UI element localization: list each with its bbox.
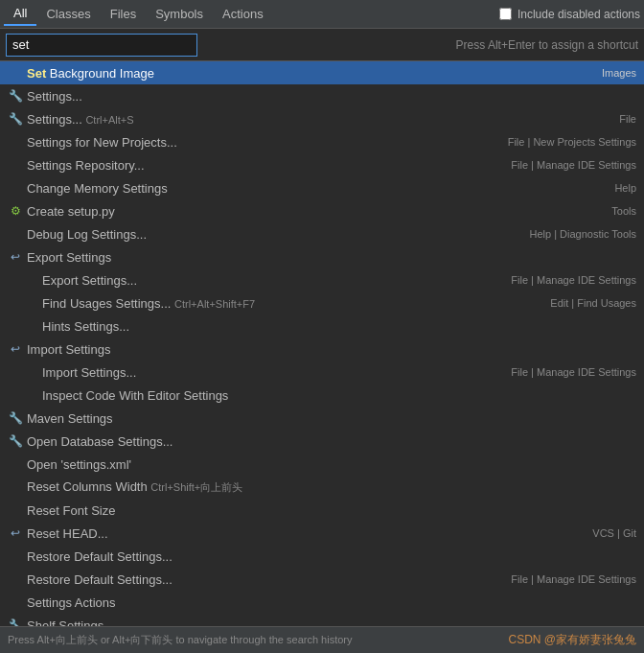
item-label: Debug Log Settings...	[27, 227, 522, 242]
list-item[interactable]: Debug Log Settings... Help | Diagnostic …	[0, 222, 644, 245]
item-right: File	[619, 113, 636, 125]
list-item[interactable]: Export Settings... File | Manage IDE Set…	[0, 268, 644, 292]
item-icon	[8, 65, 23, 81]
item-icon	[8, 387, 23, 403]
search-input[interactable]	[6, 34, 197, 57]
item-icon	[8, 157, 23, 173]
item-icon: 🔧	[8, 433, 23, 449]
list-item[interactable]: ↩ Export Settings	[0, 245, 644, 268]
tab-actions[interactable]: Actions	[213, 3, 273, 25]
item-icon: ↩	[8, 525, 23, 541]
list-item[interactable]: Reset Columns Width Ctrl+Shift+向上前头	[0, 476, 644, 499]
search-bar: Press Alt+Enter to assign a shortcut	[0, 29, 644, 61]
item-icon: 🔧	[8, 618, 23, 626]
item-label: Create setup.py	[27, 204, 604, 219]
item-label: Find Usages Settings... Ctrl+Alt+Shift+F…	[27, 296, 542, 311]
item-label: Set Background Image	[27, 66, 594, 81]
list-item[interactable]: 🔧 Shelf Settings	[0, 614, 644, 626]
item-label: Open Database Settings...	[27, 434, 629, 449]
item-right: File | Manage IDE Settings	[511, 366, 636, 378]
item-right: File | Manage IDE Settings	[511, 159, 636, 171]
status-bar: Press Alt+向上前头 or Alt+向下前头 to navigate t…	[0, 626, 644, 653]
item-label: Export Settings...	[27, 273, 503, 288]
item-right: File | Manage IDE Settings	[511, 573, 636, 585]
list-item[interactable]: Find Usages Settings... Ctrl+Alt+Shift+F…	[0, 292, 644, 315]
tab-files[interactable]: Files	[101, 3, 146, 25]
list-item[interactable]: ↩ Import Settings	[0, 338, 644, 361]
item-icon	[8, 318, 23, 334]
list-item[interactable]: Settings for New Projects... File | New …	[0, 130, 644, 153]
watermark: CSDN @家有娇妻张兔兔	[508, 632, 636, 648]
item-right: Images	[602, 67, 636, 79]
item-icon	[8, 502, 23, 518]
item-icon	[8, 134, 23, 150]
item-label: Inspect Code With Editor Settings	[27, 388, 629, 403]
item-icon: ↩	[8, 341, 23, 357]
list-item[interactable]: 🔧 Settings... Ctrl+Alt+S File	[0, 107, 644, 130]
item-icon: ⚙	[8, 203, 23, 219]
item-icon	[8, 272, 23, 288]
list-item[interactable]: 🔧 Open Database Settings...	[0, 430, 644, 453]
include-disabled-checkbox[interactable]	[499, 8, 512, 20]
item-icon	[8, 180, 23, 196]
list-item[interactable]: Hints Settings...	[0, 315, 644, 338]
item-label: Export Settings	[27, 250, 629, 265]
tab-symbols[interactable]: Symbols	[146, 3, 213, 25]
item-icon: 🔧	[8, 88, 23, 104]
item-right: File | Manage IDE Settings	[511, 274, 636, 286]
item-right: VCS | Git	[592, 527, 636, 539]
item-label: Settings Actions	[27, 595, 629, 610]
item-label: Hints Settings...	[27, 319, 629, 334]
list-item[interactable]: Settings Actions	[0, 591, 644, 614]
item-label: Settings...	[27, 89, 629, 104]
list-item[interactable]: Reset Font Size	[0, 499, 644, 522]
list-item[interactable]: Open 'settings.xml'	[0, 453, 644, 476]
list-item[interactable]: Set Background Image Images	[0, 61, 644, 84]
list-item[interactable]: 🔧 Settings...	[0, 84, 644, 107]
item-icon	[8, 364, 23, 380]
item-label: Settings for New Projects...	[27, 135, 500, 150]
app-window: All Classes Files Symbols Actions Includ…	[0, 0, 644, 653]
item-icon	[8, 548, 23, 564]
item-label: Restore Default Settings...	[27, 549, 629, 564]
item-label: Maven Settings	[27, 411, 629, 426]
item-icon	[8, 295, 23, 311]
list-item[interactable]: ⚙ Create setup.py Tools	[0, 199, 644, 222]
list-item[interactable]: Restore Default Settings... File | Manag…	[0, 568, 644, 591]
include-disabled-container: Include disabled actions	[499, 8, 640, 21]
include-disabled-label: Include disabled actions	[518, 8, 640, 21]
tab-all[interactable]: All	[4, 2, 36, 26]
item-label: Reset Columns Width Ctrl+Shift+向上前头	[27, 479, 629, 495]
item-label: Open 'settings.xml'	[27, 457, 629, 472]
item-label: Change Memory Settings	[27, 181, 607, 196]
item-label: Settings... Ctrl+Alt+S	[27, 112, 611, 127]
item-icon	[8, 456, 23, 472]
item-right: Tools	[611, 205, 636, 217]
item-icon	[8, 479, 23, 495]
list-item[interactable]: Inspect Code With Editor Settings	[0, 384, 644, 407]
item-icon: 🔧	[8, 111, 23, 127]
item-right: File | New Projects Settings	[508, 136, 636, 148]
tab-classes[interactable]: Classes	[36, 3, 100, 25]
item-label: Reset Font Size	[27, 503, 629, 518]
item-right: Help | Diagnostic Tools	[530, 228, 637, 240]
list-item[interactable]: 🔧 Maven Settings	[0, 407, 644, 430]
list-item[interactable]: Settings Repository... File | Manage IDE…	[0, 153, 644, 176]
item-label: Import Settings...	[27, 365, 503, 380]
item-label: Settings Repository...	[27, 158, 503, 173]
list-item[interactable]: Change Memory Settings Help	[0, 176, 644, 199]
item-icon	[8, 571, 23, 587]
top-nav: All Classes Files Symbols Actions Includ…	[0, 0, 644, 29]
item-label: Reset HEAD...	[27, 526, 585, 541]
item-label: Shelf Settings	[27, 618, 629, 627]
item-icon: 🔧	[8, 410, 23, 426]
list-item[interactable]: ↩ Reset HEAD... VCS | Git	[0, 522, 644, 545]
results-list: Set Background Image Images 🔧 Settings..…	[0, 61, 644, 626]
list-item[interactable]: Restore Default Settings...	[0, 545, 644, 568]
list-item[interactable]: Import Settings... File | Manage IDE Set…	[0, 361, 644, 384]
item-icon: ↩	[8, 249, 23, 265]
item-label: Restore Default Settings...	[27, 572, 503, 587]
shortcut-hint: Press Alt+Enter to assign a shortcut	[456, 38, 638, 52]
item-icon	[8, 226, 23, 242]
item-right: Edit | Find Usages	[550, 297, 636, 309]
